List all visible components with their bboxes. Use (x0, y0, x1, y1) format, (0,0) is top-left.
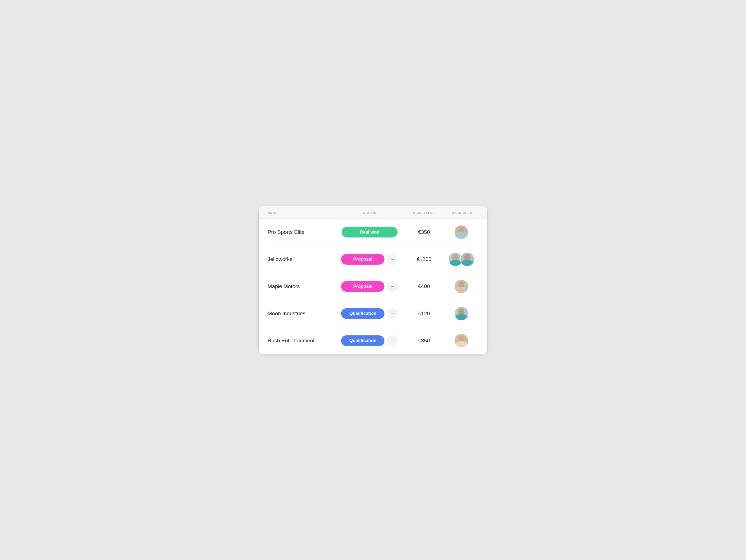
svg-point-14 (456, 316, 467, 320)
row-status: Deal won (336, 227, 403, 237)
svg-point-17 (456, 343, 467, 347)
deals-table: Name Status Deal Value Resources Pro Spo… (258, 206, 488, 355)
svg-point-16 (459, 335, 464, 341)
table-body: Pro Sports Elite Deal won €350 Jellowork… (259, 219, 487, 354)
row-resources (444, 333, 479, 348)
row-resources (444, 252, 479, 267)
row-resources (444, 279, 479, 294)
row-deal-value: €350 (403, 338, 444, 344)
avatar (454, 306, 469, 321)
svg-point-8 (462, 262, 473, 266)
row-status: Proposal → (336, 254, 403, 265)
avatar (454, 279, 469, 294)
svg-point-13 (459, 308, 464, 314)
svg-point-1 (459, 227, 464, 233)
table-row: Moon Industries Qualification → €120 (267, 300, 479, 327)
table-row: Maple Motors Proposal → €400 (267, 273, 479, 300)
avatar (460, 252, 475, 267)
avatar (454, 333, 469, 348)
row-name: Moon Industries (267, 310, 336, 317)
svg-rect-15 (455, 334, 468, 347)
avatar (454, 225, 469, 240)
svg-rect-12 (455, 307, 468, 320)
row-status: Qualification → (336, 308, 403, 319)
status-badge-proposal[interactable]: Proposal (341, 254, 384, 264)
status-badge-proposal[interactable]: Proposal (341, 281, 384, 292)
arrow-button[interactable]: → (387, 335, 398, 346)
row-deal-value: €350 (403, 229, 444, 235)
header-deal-value: Deal Value (403, 211, 444, 215)
svg-point-11 (456, 289, 467, 293)
svg-point-5 (450, 262, 461, 266)
svg-rect-9 (455, 280, 468, 293)
table-row: Rush Entertainment Qualification → €350 (267, 327, 479, 354)
row-name: Pro Sports Elite (267, 229, 336, 235)
table-row: Pro Sports Elite Deal won €350 (267, 219, 479, 246)
svg-rect-0 (455, 225, 468, 239)
arrow-button[interactable]: → (387, 308, 398, 319)
arrow-button[interactable]: → (387, 254, 398, 265)
row-resources (444, 306, 479, 321)
header-status: Status (336, 211, 403, 215)
row-name: Rush Entertainment (267, 338, 336, 344)
row-deal-value: €120 (403, 310, 444, 317)
row-status: Proposal → (336, 281, 403, 292)
status-badge-qualification[interactable]: Qualification (341, 308, 384, 319)
row-status: Qualification → (336, 335, 403, 346)
svg-point-2 (456, 235, 467, 239)
row-deal-value: €400 (403, 283, 444, 289)
row-resources (444, 225, 479, 240)
svg-point-4 (453, 254, 458, 259)
header-name: Name (267, 211, 336, 215)
header-resources: Resources (444, 211, 479, 215)
row-name: Jelloworks (267, 256, 336, 262)
table-header: Name Status Deal Value Resources (259, 206, 487, 219)
arrow-button[interactable]: → (387, 281, 398, 292)
status-badge-qualification[interactable]: Qualification (341, 335, 384, 346)
svg-rect-6 (461, 253, 474, 266)
svg-point-7 (464, 254, 470, 259)
svg-point-10 (459, 281, 464, 287)
row-name: Maple Motors (267, 283, 336, 289)
status-badge-deal-won[interactable]: Deal won (342, 227, 398, 237)
table-row: Jelloworks Proposal → €1200 (267, 246, 479, 273)
row-deal-value: €1200 (403, 256, 444, 262)
